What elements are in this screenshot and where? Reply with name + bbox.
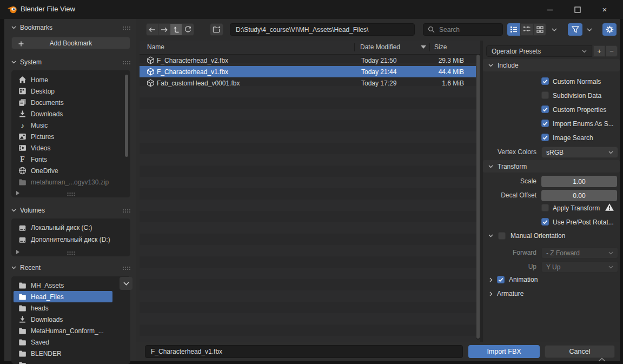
- column-header-name[interactable]: Name: [147, 43, 164, 51]
- sidebar-item-onedrive[interactable]: OneDrive: [11, 165, 130, 176]
- view-vertical-list-button[interactable]: [507, 23, 520, 36]
- section-header-system[interactable]: System: [11, 56, 130, 68]
- decal-offset-field[interactable]: 0.00: [541, 190, 617, 201]
- path-field[interactable]: [230, 23, 415, 36]
- checkbox-apply-transform[interactable]: [541, 204, 549, 211]
- drag-grip-icon[interactable]: [122, 209, 130, 213]
- drag-grip-icon[interactable]: [122, 61, 130, 64]
- volume-item-d[interactable]: Дополнительный диск (D:): [11, 234, 130, 246]
- refresh-button[interactable]: [182, 24, 194, 35]
- recent-item-mh-assets[interactable]: MH_Assets: [11, 280, 130, 291]
- forward-dropdown[interactable]: - Z Forward: [541, 247, 618, 259]
- resize-grip-icon[interactable]: [67, 192, 75, 196]
- column-divider[interactable]: [429, 43, 430, 51]
- cancel-button[interactable]: Cancel: [545, 345, 615, 358]
- volume-item-c[interactable]: Локальный диск (C:): [11, 222, 130, 234]
- display-settings-dropdown[interactable]: [546, 23, 562, 36]
- chevron-right-icon: [489, 292, 493, 296]
- checkbox-animation[interactable]: [497, 276, 505, 283]
- warning-icon: [605, 203, 614, 211]
- region-expand-arrow[interactable]: [16, 191, 19, 195]
- up-label: Up: [483, 263, 536, 270]
- checkbox-image-search[interactable]: [541, 134, 549, 141]
- system-scrollbar[interactable]: [125, 75, 128, 157]
- recent-item-saved[interactable]: Saved: [11, 336, 130, 348]
- back-button[interactable]: [147, 24, 158, 35]
- recent-item-heads[interactable]: heads: [11, 302, 130, 314]
- panel-header-animation[interactable]: Animation: [489, 276, 538, 283]
- chevron-down-icon: [587, 28, 592, 31]
- minimize-button[interactable]: [540, 2, 560, 17]
- checkbox-use-prepost-rotation[interactable]: [541, 218, 549, 226]
- sidebar-item-zip[interactable]: metahuman_...ogyv130.zip: [11, 176, 130, 188]
- settings-button[interactable]: [602, 23, 617, 36]
- region-expand-arrow[interactable]: [16, 250, 19, 254]
- section-header-recent[interactable]: Recent: [11, 262, 130, 274]
- window-titlebar[interactable]: Blender File View ×: [0, 0, 623, 19]
- checkbox-custom-normals[interactable]: [541, 77, 549, 85]
- checkbox-manual-orientation[interactable]: [498, 232, 506, 240]
- file-row[interactable]: Fab_customHead_v0001.fbx Today 17:29 1.6…: [140, 77, 476, 89]
- filename-input[interactable]: [145, 345, 463, 358]
- filter-button[interactable]: [568, 23, 582, 36]
- search-input[interactable]: [438, 25, 494, 34]
- add-preset-button[interactable]: +: [593, 45, 605, 57]
- sidebar-item-home[interactable]: Home: [11, 74, 130, 85]
- chevron-up-icon[interactable]: [598, 358, 606, 362]
- checkbox-custom-properties[interactable]: [541, 105, 549, 113]
- resize-grip-icon[interactable]: [67, 251, 75, 255]
- recent-item-partial[interactable]: [11, 359, 130, 364]
- forward-label: Forward: [483, 249, 536, 256]
- filter-group: [568, 23, 597, 36]
- sidebar-item-pictures[interactable]: Pictures: [11, 131, 130, 142]
- column-divider[interactable]: [354, 43, 355, 51]
- maximize-button[interactable]: [568, 2, 587, 17]
- sidebar-item-desktop[interactable]: Desktop: [11, 85, 130, 97]
- vertical-list-icon: [510, 26, 518, 33]
- recent-item-head-files[interactable]: Head_Files: [14, 291, 112, 302]
- operator-presets-dropdown[interactable]: Operator Presets: [486, 45, 592, 57]
- file-list-scrollbar[interactable]: [476, 55, 480, 340]
- recent-options-button[interactable]: [120, 277, 132, 290]
- sidebar-item-fonts[interactable]: F Fonts: [11, 154, 130, 165]
- remove-preset-button[interactable]: −: [606, 45, 618, 57]
- forward-button[interactable]: [158, 24, 170, 35]
- view-thumbnails-button[interactable]: [533, 23, 546, 36]
- scale-field[interactable]: 1.00: [541, 176, 617, 187]
- parent-directory-button[interactable]: [170, 24, 182, 35]
- column-header-size[interactable]: Size: [434, 43, 447, 51]
- section-header-bookmarks[interactable]: Bookmarks: [11, 22, 130, 34]
- recent-item-blender[interactable]: BLENDER: [11, 348, 130, 359]
- new-folder-icon: [213, 25, 221, 34]
- up-dropdown[interactable]: Y Up: [541, 261, 618, 273]
- file-row[interactable]: F_Characterhead_v2.fbx Today 21:50 29.3 …: [140, 55, 476, 66]
- sidebar-item-downloads[interactable]: Downloads: [11, 108, 130, 120]
- add-bookmark-button[interactable]: Add Bookmark: [11, 37, 130, 49]
- create-new-directory-button[interactable]: [210, 23, 223, 36]
- checkbox-import-enums[interactable]: [541, 120, 549, 127]
- search-field[interactable]: [423, 23, 503, 36]
- drag-grip-icon[interactable]: [122, 26, 130, 30]
- close-button[interactable]: ×: [595, 2, 614, 17]
- scrollbar-thumb[interactable]: [476, 55, 480, 339]
- panel-header-armature[interactable]: Armature: [489, 290, 523, 297]
- checkbox-subdivision-data[interactable]: [541, 91, 549, 99]
- import-fbx-button[interactable]: Import FBX: [468, 345, 540, 358]
- view-horizontal-list-button[interactable]: [520, 23, 533, 36]
- file-row-selected[interactable]: F_Characterhead_v1.fbx Today 21:44 44.4 …: [140, 66, 476, 77]
- panel-header-include[interactable]: Include: [483, 59, 620, 71]
- manual-orientation-header[interactable]: Manual Orientation: [488, 232, 565, 240]
- recent-item-metahuman-conform[interactable]: MetaHuman_Conform_...: [11, 325, 130, 336]
- recent-item-downloads[interactable]: Downloads: [11, 314, 130, 325]
- panel-header-transform[interactable]: Transform: [483, 160, 620, 173]
- sidebar-item-documents[interactable]: Documents: [11, 97, 130, 108]
- section-header-volumes[interactable]: Volumes: [11, 204, 130, 216]
- sidebar-item-videos[interactable]: Videos: [11, 142, 130, 154]
- sidebar-item-music[interactable]: ♪ Music: [11, 120, 130, 131]
- sort-descending-icon[interactable]: [421, 45, 426, 49]
- folder-icon: [18, 281, 26, 289]
- column-header-date-modified[interactable]: Date Modified: [360, 43, 400, 51]
- drag-grip-icon[interactable]: [122, 266, 130, 270]
- filter-settings-dropdown[interactable]: [582, 23, 597, 36]
- vertex-colors-dropdown[interactable]: sRGB: [541, 147, 618, 158]
